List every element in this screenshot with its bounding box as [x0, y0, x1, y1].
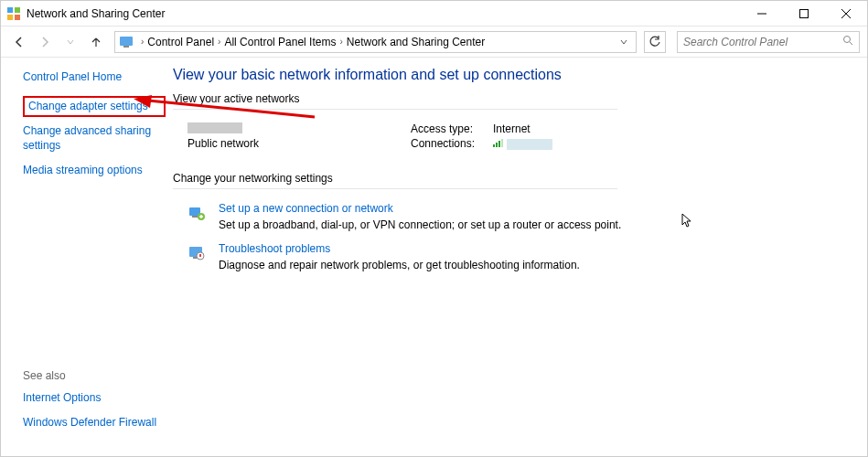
app-icon [6, 6, 21, 21]
svg-rect-2 [7, 15, 13, 20]
link-troubleshoot[interactable]: Troubleshoot problems [219, 242, 330, 255]
breadcrumb-seg-control-panel[interactable]: Control Panel [147, 36, 214, 48]
svg-rect-13 [496, 143, 498, 147]
link-change-adapter-settings[interactable]: Change adapter settings [28, 100, 160, 114]
troubleshoot-item: Troubleshoot problems Diagnose and repai… [188, 242, 860, 271]
svg-rect-8 [120, 37, 133, 46]
connection-link[interactable] [493, 137, 552, 150]
chevron-right-icon: › [339, 37, 342, 47]
sidebar: Control Panel Home Change adapter settin… [1, 58, 166, 456]
breadcrumb-seg-network[interactable]: Network and Sharing Center [347, 36, 485, 48]
network-row: Public network Access type: Internet Con… [173, 122, 860, 150]
page-heading: View your basic network information and … [173, 67, 860, 83]
see-also-header: See also [23, 369, 166, 382]
see-also-section: See also Internet Options Windows Defend… [23, 369, 166, 456]
search-icon[interactable] [842, 35, 853, 48]
svg-rect-17 [192, 216, 198, 218]
network-type: Public network [188, 137, 411, 150]
address-bar: › Control Panel › All Control Panel Item… [1, 27, 867, 58]
wifi-icon [493, 137, 507, 150]
minimize-button[interactable] [741, 1, 783, 27]
change-settings-header: Change your networking settings [173, 172, 617, 189]
svg-rect-5 [800, 9, 809, 17]
setup-connection-item: Set up a new connection or network Set u… [188, 202, 860, 231]
breadcrumb-dropdown[interactable] [616, 37, 632, 47]
connection-name-redacted [507, 139, 552, 150]
link-control-panel-home[interactable]: Control Panel Home [23, 70, 166, 85]
svg-rect-15 [501, 139, 503, 147]
breadcrumb-bar[interactable]: › Control Panel › All Control Panel Item… [114, 31, 637, 53]
chevron-right-icon: › [141, 37, 144, 47]
svg-line-11 [850, 42, 852, 45]
access-type-label: Access type: [411, 122, 475, 135]
active-networks-header: View your active networks [173, 92, 617, 110]
search-box[interactable] [677, 31, 860, 53]
troubleshoot-desc: Diagnose and repair network problems, or… [219, 259, 580, 271]
svg-rect-1 [15, 7, 20, 13]
svg-rect-3 [15, 15, 20, 20]
svg-rect-14 [498, 141, 500, 147]
link-windows-defender-firewall[interactable]: Windows Defender Firewall [23, 416, 166, 430]
maximize-button[interactable] [783, 1, 825, 27]
content-area: View your basic network information and … [166, 58, 867, 456]
link-change-advanced-sharing[interactable]: Change advanced sharing settings [23, 124, 166, 153]
network-name-redacted [188, 122, 242, 133]
search-input[interactable] [683, 36, 842, 48]
setup-connection-icon [188, 204, 206, 222]
refresh-button[interactable] [644, 31, 666, 53]
highlight-box: Change adapter settings [23, 96, 166, 118]
link-setup-connection[interactable]: Set up a new connection or network [219, 202, 393, 215]
troubleshoot-icon [188, 244, 206, 262]
recent-dropdown[interactable] [59, 31, 81, 53]
close-button[interactable] [825, 1, 867, 27]
access-type-value: Internet [493, 122, 530, 135]
up-button[interactable] [85, 31, 107, 53]
control-panel-icon [119, 35, 134, 49]
setup-connection-desc: Set up a broadband, dial-up, or VPN conn… [219, 218, 621, 231]
title-bar: Network and Sharing Center [1, 1, 867, 27]
back-button[interactable] [8, 31, 30, 53]
forward-button[interactable] [34, 31, 56, 53]
svg-rect-12 [493, 144, 495, 147]
chevron-right-icon: › [218, 37, 220, 47]
link-internet-options[interactable]: Internet Options [23, 391, 166, 406]
breadcrumb-seg-all-items[interactable]: All Control Panel Items [224, 36, 336, 48]
svg-point-10 [844, 37, 851, 43]
window-title: Network and Sharing Center [27, 7, 741, 20]
link-media-streaming-options[interactable]: Media streaming options [23, 164, 166, 178]
svg-rect-9 [123, 46, 129, 48]
svg-rect-0 [7, 7, 13, 13]
connections-label: Connections: [411, 137, 475, 150]
